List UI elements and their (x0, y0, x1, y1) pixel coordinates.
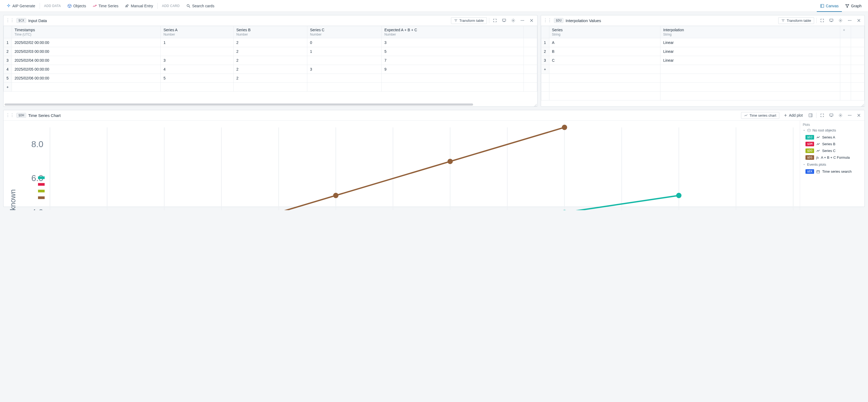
present-icon[interactable] (828, 112, 835, 119)
plus-icon (784, 113, 787, 117)
cell[interactable] (161, 47, 234, 56)
transform-table-button[interactable]: Transform table (451, 17, 487, 24)
add-plot-button[interactable]: Add plot (781, 112, 805, 119)
add-row-button[interactable]: + (541, 65, 549, 74)
expand-icon[interactable] (819, 17, 826, 24)
add-column-button[interactable]: + (840, 26, 851, 38)
cell[interactable]: 3 (161, 56, 234, 65)
cell[interactable]: 5 (161, 74, 234, 83)
cell[interactable]: A (549, 38, 660, 47)
column-header[interactable]: Series BNumber (234, 26, 307, 38)
gear-icon[interactable] (837, 17, 844, 24)
horizontal-scrollbar[interactable] (5, 103, 473, 106)
cell[interactable] (382, 74, 524, 83)
table-row[interactable]: 12025/02/02 00:00:001203 (4, 38, 537, 47)
svg-point-8 (522, 20, 523, 21)
more-icon[interactable] (519, 17, 526, 24)
cell[interactable]: 1 (307, 47, 382, 56)
cell[interactable]: 2025/02/02 00:00:00 (12, 38, 161, 47)
manual-entry-button[interactable]: Manual Entry (122, 2, 156, 10)
table-row[interactable]: 32025/02/04 00:00:00327 (4, 56, 537, 65)
cell[interactable]: 2 (234, 56, 307, 65)
plot-legend-item[interactable]: $DOSeries C (803, 147, 862, 154)
table-row[interactable]: 2BLinear (541, 47, 864, 56)
more-icon[interactable] (846, 112, 853, 119)
drag-handle-icon[interactable]: ⋮⋮ (6, 113, 14, 118)
cell[interactable]: 0 (307, 38, 382, 47)
cell[interactable]: Linear (660, 47, 840, 56)
present-icon[interactable] (501, 17, 507, 24)
graph-view-toggle[interactable]: Graph (842, 2, 865, 10)
rownum-header (4, 26, 12, 38)
close-icon[interactable] (528, 17, 535, 24)
chart-type-button[interactable]: Time series chart (741, 112, 779, 119)
expand-icon[interactable] (491, 17, 498, 24)
close-icon[interactable] (855, 17, 862, 24)
close-icon[interactable] (855, 112, 862, 119)
gear-icon[interactable] (510, 17, 517, 24)
aip-generate-button[interactable]: AIP Generate (3, 2, 38, 10)
cell[interactable]: 3 (307, 65, 382, 74)
objects-button[interactable]: Objects (64, 2, 89, 10)
cell[interactable]: 1 (161, 38, 234, 47)
table-row[interactable]: 3CLinear (541, 56, 864, 65)
cell[interactable]: 3 (382, 38, 524, 47)
panel-toggle-icon[interactable] (807, 112, 814, 119)
plot-legend-item[interactable]: $DMSeries B (803, 141, 862, 147)
cell[interactable]: 2 (234, 65, 307, 74)
transform-table-button[interactable]: Transform table (778, 17, 814, 24)
column-header[interactable]: InterpolationString (660, 26, 840, 38)
resize-handle-icon[interactable] (861, 103, 864, 106)
no-root-objects-group[interactable]: No root objects (803, 128, 862, 132)
svg-point-19 (849, 115, 850, 116)
column-header[interactable]: Expected A + B + CNumber (382, 26, 524, 38)
present-icon[interactable] (828, 17, 835, 24)
add-row-button[interactable]: + (4, 83, 12, 92)
cell[interactable]: C (549, 56, 660, 65)
canvas-view-toggle[interactable]: Canvas (817, 0, 842, 12)
input-table: TimestampsTime (UTC)Series ANumberSeries… (3, 26, 537, 92)
drag-handle-icon[interactable]: ⋮⋮ (6, 18, 14, 23)
svg-point-18 (848, 115, 849, 116)
events-plots-group[interactable]: Events plots (803, 163, 862, 167)
cell[interactable]: Linear (660, 56, 840, 65)
add-row[interactable]: + (4, 83, 537, 92)
more-icon[interactable] (846, 17, 853, 24)
column-header[interactable]: TimestampsTime (UTC) (12, 26, 161, 38)
cell[interactable]: Linear (660, 38, 840, 47)
cell[interactable] (307, 74, 382, 83)
resize-handle-icon[interactable] (534, 103, 537, 106)
cell[interactable]: 2025/02/03 00:00:00 (12, 47, 161, 56)
table-row[interactable]: 22025/02/03 00:00:00215 (4, 47, 537, 56)
events-legend-item[interactable]: $EKTime series search (803, 168, 862, 175)
gear-icon[interactable] (837, 112, 844, 119)
column-header[interactable]: SeriesString (549, 26, 660, 38)
trailing-cell (524, 47, 537, 56)
chart-area[interactable]: 0.02.04.06.08.0unknown Event (3, 121, 800, 210)
drag-handle-icon[interactable]: ⋮⋮ (543, 18, 552, 23)
cell[interactable]: 2025/02/06 00:00:00 (12, 74, 161, 83)
plot-legend-item[interactable]: $DSfxA + B + C Formula (803, 154, 862, 161)
line-chart-icon (744, 113, 748, 117)
cell[interactable]: 2 (234, 74, 307, 83)
cell[interactable]: 2025/02/04 00:00:00 (12, 56, 161, 65)
table-row[interactable]: 42025/02/05 00:00:004239 (4, 65, 537, 74)
search-cards-button[interactable]: Search cards (183, 2, 218, 10)
time-series-button[interactable]: Time Series (89, 2, 122, 10)
column-header[interactable]: Series ANumber (161, 26, 234, 38)
table-row[interactable]: 1ALinear (541, 38, 864, 47)
add-row[interactable]: + (541, 65, 864, 74)
expand-icon[interactable] (819, 112, 826, 119)
cell[interactable]: 2025/02/05 00:00:00 (12, 65, 161, 74)
cell[interactable] (307, 56, 382, 65)
cell[interactable]: 2 (234, 38, 307, 47)
cell[interactable]: 2 (234, 47, 307, 56)
plot-legend-item[interactable]: $DJSeries A (803, 134, 862, 141)
cell[interactable]: 4 (161, 65, 234, 74)
table-row[interactable]: 52025/02/06 00:00:0052 (4, 74, 537, 83)
cell[interactable]: 5 (382, 47, 524, 56)
cell[interactable]: 9 (382, 65, 524, 74)
cell[interactable]: B (549, 47, 660, 56)
column-header[interactable]: Series CNumber (307, 26, 382, 38)
cell[interactable]: 7 (382, 56, 524, 65)
